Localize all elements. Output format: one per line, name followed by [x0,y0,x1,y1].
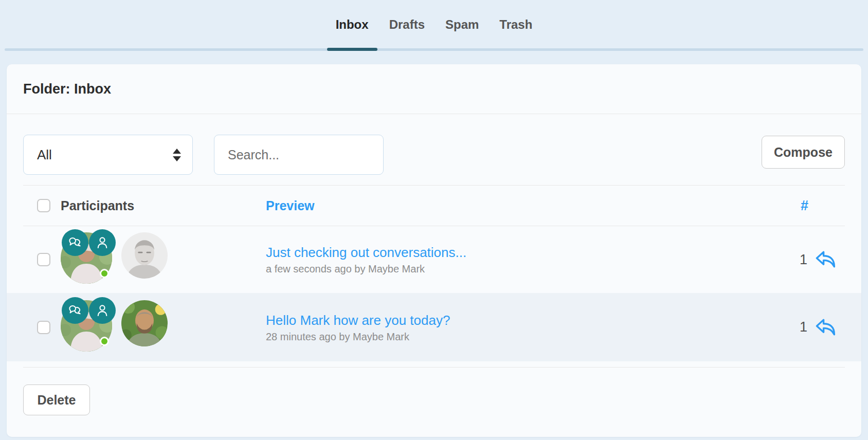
online-status-dot [100,337,109,346]
reply-icon[interactable] [813,247,838,272]
select-caret-icon [173,149,181,161]
online-status-dot [100,269,109,278]
participants-cell [61,232,266,287]
avatar-cluster [61,300,170,355]
filter-select[interactable]: All [23,135,193,175]
avatar-mark[interactable] [121,232,168,279]
table-header-row: Participants Preview # [7,186,861,226]
folder-tabs-bar: Inbox Drafts Spam Trash [0,0,868,64]
message-row[interactable]: Hello Mark how are you today? 28 minutes… [7,293,861,361]
inbox-toolbar: All Compose [7,114,861,175]
tab-trash[interactable]: Trash [499,17,532,32]
count-cell: 1 [800,315,838,340]
chat-bubbles-icon [62,229,88,256]
message-meta: 28 minutes ago by Maybe Mark [266,331,800,343]
table-bottom-divider [23,367,845,368]
select-all-checkbox[interactable] [37,199,50,212]
search-input[interactable] [214,135,384,175]
compose-button[interactable]: Compose [762,136,845,169]
reply-icon[interactable] [813,315,838,340]
preview-cell: Just checking out conversations... a few… [266,244,800,275]
count-header[interactable]: # [801,198,808,214]
folder-title: Folder: Inbox [7,64,861,114]
preview-cell: Hello Mark how are you today? 28 minutes… [266,312,800,343]
reply-count: 1 [800,252,807,268]
preview-sort-header[interactable]: Preview [266,198,315,213]
participants-header: Participants [61,198,266,213]
tabs-underline-track [5,48,863,51]
count-cell: 1 [800,247,838,272]
message-meta: a few seconds ago by Maybe Mark [266,263,800,275]
row-checkbox[interactable] [37,321,50,334]
delete-button[interactable]: Delete [23,384,90,415]
filter-selected-value: All [37,147,52,163]
avatar-cluster [61,232,170,287]
message-title-link[interactable]: Just checking out conversations... [266,244,800,261]
row-checkbox[interactable] [37,253,50,266]
inbox-panel: Folder: Inbox All Compose Participants P… [7,64,861,437]
reply-count: 1 [800,319,807,335]
message-row[interactable]: Just checking out conversations... a few… [7,226,861,293]
tab-spam[interactable]: Spam [445,17,479,32]
avatar-mark[interactable] [121,300,168,346]
table-end-gap [7,361,861,367]
person-icon [89,229,116,256]
message-title-link[interactable]: Hello Mark how are you today? [266,312,800,328]
chat-bubbles-icon [62,297,88,324]
person-icon [89,297,116,324]
participants-cell [61,300,266,355]
tab-drafts[interactable]: Drafts [389,17,425,32]
tab-inbox[interactable]: Inbox [336,17,369,32]
